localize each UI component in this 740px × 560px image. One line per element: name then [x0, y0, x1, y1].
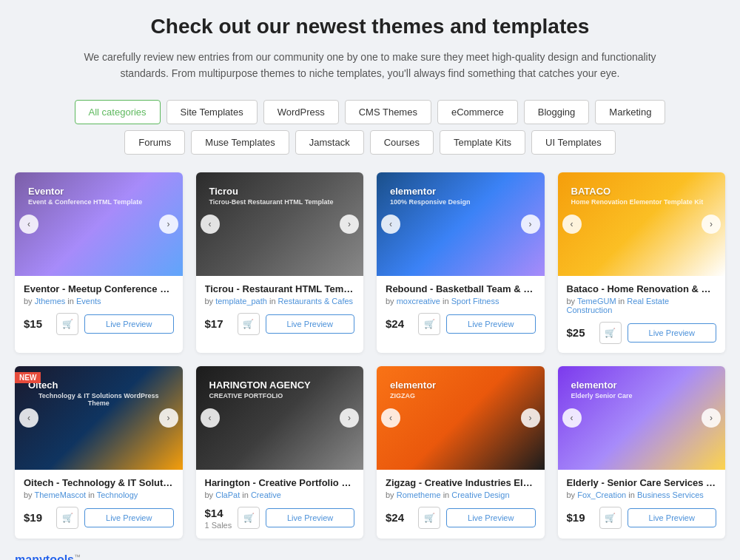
author-link-zigzag[interactable]: Rometheme	[397, 490, 441, 499]
author-link-ticrou[interactable]: template_path	[215, 297, 267, 306]
carousel-prev-elderly[interactable]: ‹	[562, 408, 582, 428]
add-to-cart-eventor[interactable]: 🛒	[56, 313, 78, 335]
product-image-bataco: BATACOHome Renovation Elementor Template…	[558, 172, 726, 276]
author-link-eventor[interactable]: Jthemes	[35, 297, 66, 306]
logo-tm: ™	[74, 553, 81, 560]
product-footer-zigzag: $24🛒Live Preview	[386, 507, 536, 529]
category-btn-muse-templates[interactable]: Muse Templates	[191, 130, 289, 155]
carousel-prev-eventor[interactable]: ‹	[19, 215, 38, 234]
product-footer-ticrou: $17🛒Live Preview	[205, 313, 355, 335]
product-image-harington: HARINGTON AGENCYCREATIVE PORTFOLIO‹›	[196, 366, 364, 470]
live-preview-rebound[interactable]: Live Preview	[446, 314, 536, 334]
add-to-cart-rebound[interactable]: 🛒	[418, 313, 440, 335]
add-to-cart-elderly[interactable]: 🛒	[599, 507, 622, 529]
product-image-elderly: elementorElderly Senior Care‹›	[558, 366, 726, 470]
product-footer-eventor: $15🛒Live Preview	[24, 313, 174, 335]
product-footer-rebound: $24🛒Live Preview	[386, 313, 536, 335]
live-preview-elderly[interactable]: Live Preview	[628, 508, 717, 527]
product-image-ticrou: TicrouTicrou-Best Restaurant HTML Templa…	[196, 172, 364, 276]
category-link-elderly[interactable]: Business Services	[637, 490, 704, 499]
logo: manytools™	[15, 553, 81, 560]
categories-row-1: All categoriesSite TemplatesWordPressCMS…	[15, 100, 725, 124]
author-link-elderly[interactable]: Fox_Creation	[577, 490, 626, 499]
add-to-cart-zigzag[interactable]: 🛒	[418, 507, 440, 529]
product-name-oitech: Oitech - Technology & IT Solutions ...	[24, 477, 174, 488]
live-preview-zigzag[interactable]: Live Preview	[446, 508, 536, 527]
product-card-oitech: NEWOitechTechnology & IT Solutions WordP…	[15, 366, 183, 539]
add-to-cart-harington[interactable]: 🛒	[238, 507, 260, 529]
product-card-elderly: elementorElderly Senior Care‹›Elderly - …	[558, 366, 726, 539]
carousel-next-bataco[interactable]: ›	[702, 215, 721, 234]
live-preview-eventor[interactable]: Live Preview	[84, 314, 174, 334]
category-link-eventor[interactable]: Events	[76, 297, 101, 306]
product-card-harington: HARINGTON AGENCYCREATIVE PORTFOLIO‹›Hari…	[196, 366, 364, 539]
category-btn-ecommerce[interactable]: eCommerce	[437, 100, 518, 124]
carousel-prev-zigzag[interactable]: ‹	[381, 408, 400, 428]
product-name-harington: Harington - Creative Portfolio Tem...	[205, 477, 355, 488]
product-name-zigzag: Zigzag - Creative Industries Elemen...	[386, 477, 536, 488]
live-preview-harington[interactable]: Live Preview	[266, 508, 354, 527]
category-btn-jamstack[interactable]: Jamstack	[295, 130, 364, 155]
author-link-harington[interactable]: ClaPat	[215, 490, 240, 499]
category-btn-cms-themes[interactable]: CMS Themes	[345, 100, 431, 124]
live-preview-bataco[interactable]: Live Preview	[628, 323, 717, 343]
product-footer-oitech: $19🛒Live Preview	[24, 507, 174, 529]
category-btn-forums[interactable]: Forums	[124, 130, 185, 155]
category-link-ticrou[interactable]: Restaurants & Cafes	[278, 297, 354, 306]
carousel-next-elderly[interactable]: ›	[702, 408, 721, 428]
category-btn-wordpress[interactable]: WordPress	[263, 100, 339, 124]
product-info-harington: Harington - Creative Portfolio Tem...by …	[196, 470, 364, 539]
product-author-oitech: by ThemeMascot in Technology	[24, 490, 174, 499]
category-btn-marketing[interactable]: Marketing	[595, 100, 665, 124]
carousel-prev-rebound[interactable]: ‹	[381, 215, 400, 234]
author-link-bataco[interactable]: TemeGUM	[577, 297, 616, 306]
product-image-zigzag: elementorZIGZAG‹›	[377, 366, 545, 470]
live-preview-ticrou[interactable]: Live Preview	[266, 314, 355, 334]
product-footer-harington: $141 Sales🛒Live Preview	[205, 507, 355, 530]
product-card-ticrou: TicrouTicrou-Best Restaurant HTML Templa…	[196, 172, 364, 353]
category-btn-site-templates[interactable]: Site Templates	[166, 100, 258, 124]
product-card-zigzag: elementorZIGZAG‹›Zigzag - Creative Indus…	[377, 366, 545, 539]
carousel-next-zigzag[interactable]: ›	[521, 408, 540, 428]
carousel-prev-harington[interactable]: ‹	[201, 408, 220, 428]
carousel-next-harington[interactable]: ›	[340, 408, 359, 428]
categories-row-2: ForumsMuse TemplatesJamstackCoursesTempl…	[15, 130, 725, 155]
product-author-bataco: by TemeGUM in Real Estate Construction	[567, 297, 717, 314]
product-info-bataco: Bataco - Home Renovation & Const...by Te…	[558, 276, 726, 353]
products-grid: EventorEvent & Conference HTML Template‹…	[15, 172, 725, 539]
product-info-elderly: Elderly - Senior Care Services Eleme...b…	[558, 470, 726, 538]
product-image-rebound: elementor100% Responsive Design‹›	[377, 172, 545, 276]
product-info-rebound: Rebound - Basketball Team & Spor...by mo…	[377, 276, 545, 344]
carousel-prev-ticrou[interactable]: ‹	[201, 215, 220, 234]
category-btn-courses[interactable]: Courses	[370, 130, 434, 155]
add-to-cart-ticrou[interactable]: 🛒	[238, 313, 260, 335]
carousel-prev-bataco[interactable]: ‹	[562, 215, 582, 234]
category-btn-all-categories[interactable]: All categories	[75, 100, 161, 124]
carousel-next-eventor[interactable]: ›	[159, 215, 178, 234]
product-name-rebound: Rebound - Basketball Team & Spor...	[386, 283, 536, 294]
carousel-next-oitech[interactable]: ›	[159, 408, 178, 428]
product-image-eventor: EventorEvent & Conference HTML Template‹…	[15, 172, 183, 276]
page-title: Check out our newest themes and template…	[15, 15, 725, 38]
add-to-cart-oitech[interactable]: 🛒	[56, 507, 78, 529]
category-link-oitech[interactable]: Technology	[97, 490, 138, 499]
product-footer-elderly: $19🛒Live Preview	[567, 507, 717, 529]
category-link-harington[interactable]: Creative	[251, 490, 281, 499]
category-link-zigzag[interactable]: Creative Design	[451, 490, 509, 499]
carousel-prev-oitech[interactable]: ‹	[19, 408, 38, 428]
carousel-next-ticrou[interactable]: ›	[340, 215, 359, 234]
live-preview-oitech[interactable]: Live Preview	[84, 508, 174, 527]
carousel-next-rebound[interactable]: ›	[521, 215, 540, 234]
add-to-cart-bataco[interactable]: 🛒	[599, 322, 622, 344]
author-link-rebound[interactable]: moxcreative	[397, 297, 440, 306]
product-card-eventor: EventorEvent & Conference HTML Template‹…	[15, 172, 183, 353]
category-btn-blogging[interactable]: Blogging	[524, 100, 590, 124]
category-link-rebound[interactable]: Sport Fitness	[451, 297, 500, 306]
product-author-harington: by ClaPat in Creative	[205, 490, 355, 499]
product-price-eventor: $15	[24, 317, 50, 330]
author-link-oitech[interactable]: ThemeMascot	[34, 490, 86, 499]
category-btn-template-kits[interactable]: Template Kits	[440, 130, 525, 155]
product-sales-harington: 1 Sales	[205, 521, 232, 530]
product-image-oitech: NEWOitechTechnology & IT Solutions WordP…	[15, 366, 183, 470]
category-btn-ui-templates[interactable]: UI Templates	[531, 130, 616, 155]
